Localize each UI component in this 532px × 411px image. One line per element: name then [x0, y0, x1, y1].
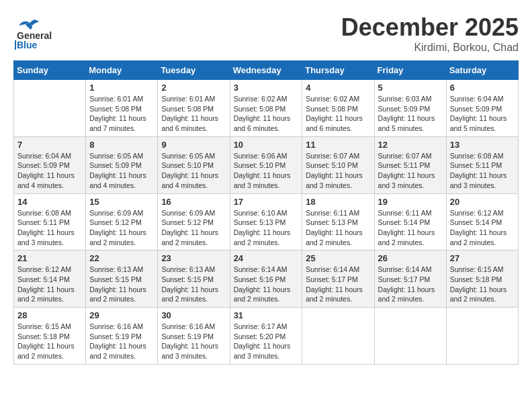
day-info: Sunrise: 6:02 AM Sunset: 5:08 PM Dayligh…	[234, 94, 299, 134]
day-info: Sunrise: 6:11 AM Sunset: 5:14 PM Dayligh…	[378, 208, 443, 248]
calendar-cell: 12Sunrise: 6:07 AM Sunset: 5:11 PM Dayli…	[374, 136, 446, 193]
calendar-cell: 28Sunrise: 6:15 AM Sunset: 5:18 PM Dayli…	[14, 308, 86, 365]
calendar-cell: 25Sunrise: 6:14 AM Sunset: 5:17 PM Dayli…	[302, 250, 374, 308]
day-info: Sunrise: 6:09 AM Sunset: 5:12 PM Dayligh…	[89, 208, 154, 248]
day-number: 31	[234, 310, 299, 320]
day-info: Sunrise: 6:08 AM Sunset: 5:11 PM Dayligh…	[450, 151, 515, 191]
day-info: Sunrise: 6:03 AM Sunset: 5:09 PM Dayligh…	[378, 94, 443, 134]
day-info: Sunrise: 6:13 AM Sunset: 5:15 PM Dayligh…	[161, 265, 226, 304]
day-info: Sunrise: 6:12 AM Sunset: 5:14 PM Dayligh…	[17, 265, 82, 304]
day-number: 22	[89, 253, 154, 263]
calendar-week-2: 7Sunrise: 6:04 AM Sunset: 5:09 PM Daylig…	[14, 136, 519, 193]
svg-rect-2	[15, 40, 16, 50]
calendar-cell: 27Sunrise: 6:15 AM Sunset: 5:18 PM Dayli…	[446, 250, 518, 308]
day-info: Sunrise: 6:01 AM Sunset: 5:08 PM Dayligh…	[89, 94, 154, 134]
day-number: 6	[450, 83, 515, 93]
calendar-header-row: SundayMondayTuesdayWednesdayThursdayFrid…	[14, 61, 519, 80]
column-header-thursday: Thursday	[302, 61, 374, 80]
day-number: 14	[17, 197, 82, 207]
calendar-cell: 13Sunrise: 6:08 AM Sunset: 5:11 PM Dayli…	[446, 136, 518, 193]
day-info: Sunrise: 6:05 AM Sunset: 5:09 PM Dayligh…	[89, 151, 154, 191]
day-info: Sunrise: 6:14 AM Sunset: 5:17 PM Dayligh…	[378, 265, 443, 304]
location: Kirdimi, Borkou, Chad	[341, 42, 519, 54]
calendar-cell: 8Sunrise: 6:05 AM Sunset: 5:09 PM Daylig…	[86, 136, 158, 193]
calendar-cell: 17Sunrise: 6:10 AM Sunset: 5:13 PM Dayli…	[230, 193, 302, 250]
day-info: Sunrise: 6:17 AM Sunset: 5:20 PM Dayligh…	[234, 322, 299, 361]
day-number: 30	[161, 310, 226, 320]
calendar-cell: 16Sunrise: 6:09 AM Sunset: 5:12 PM Dayli…	[158, 193, 230, 250]
day-info: Sunrise: 6:07 AM Sunset: 5:11 PM Dayligh…	[378, 151, 443, 191]
calendar-cell	[302, 308, 374, 365]
day-number: 11	[306, 140, 370, 150]
calendar-cell: 11Sunrise: 6:07 AM Sunset: 5:10 PM Dayli…	[302, 136, 374, 193]
day-number: 8	[89, 140, 154, 150]
calendar-cell: 19Sunrise: 6:11 AM Sunset: 5:14 PM Dayli…	[374, 193, 446, 250]
day-number: 17	[234, 197, 299, 207]
day-info: Sunrise: 6:04 AM Sunset: 5:09 PM Dayligh…	[17, 151, 82, 191]
calendar-cell: 3Sunrise: 6:02 AM Sunset: 5:08 PM Daylig…	[230, 80, 302, 137]
calendar-cell: 14Sunrise: 6:08 AM Sunset: 5:11 PM Dayli…	[14, 193, 86, 250]
column-header-tuesday: Tuesday	[158, 61, 230, 80]
column-header-sunday: Sunday	[14, 61, 86, 80]
calendar-cell: 24Sunrise: 6:14 AM Sunset: 5:16 PM Dayli…	[230, 250, 302, 308]
calendar-cell: 23Sunrise: 6:13 AM Sunset: 5:15 PM Dayli…	[158, 250, 230, 308]
svg-text:Blue: Blue	[17, 40, 38, 50]
day-number: 7	[17, 140, 82, 150]
day-number: 4	[306, 83, 370, 93]
calendar-table: SundayMondayTuesdayWednesdayThursdayFrid…	[13, 60, 519, 365]
calendar-cell: 6Sunrise: 6:04 AM Sunset: 5:09 PM Daylig…	[446, 80, 518, 137]
logo-svg: General Blue	[13, 13, 74, 50]
day-info: Sunrise: 6:15 AM Sunset: 5:18 PM Dayligh…	[450, 265, 515, 304]
day-info: Sunrise: 6:05 AM Sunset: 5:10 PM Dayligh…	[161, 151, 226, 191]
column-header-friday: Friday	[374, 61, 446, 80]
calendar-week-1: 1Sunrise: 6:01 AM Sunset: 5:08 PM Daylig…	[14, 80, 519, 137]
calendar-cell: 18Sunrise: 6:11 AM Sunset: 5:13 PM Dayli…	[302, 193, 374, 250]
day-number: 19	[378, 197, 443, 207]
page-header: General Blue December 2025 Kirdimi, Bork…	[13, 13, 519, 54]
calendar-week-4: 21Sunrise: 6:12 AM Sunset: 5:14 PM Dayli…	[14, 250, 519, 308]
day-number: 15	[89, 197, 154, 207]
calendar-cell: 31Sunrise: 6:17 AM Sunset: 5:20 PM Dayli…	[230, 308, 302, 365]
calendar-week-5: 28Sunrise: 6:15 AM Sunset: 5:18 PM Dayli…	[14, 308, 519, 365]
day-number: 28	[17, 310, 82, 320]
column-header-wednesday: Wednesday	[230, 61, 302, 80]
calendar-cell: 20Sunrise: 6:12 AM Sunset: 5:14 PM Dayli…	[446, 193, 518, 250]
calendar-cell: 21Sunrise: 6:12 AM Sunset: 5:14 PM Dayli…	[14, 250, 86, 308]
day-info: Sunrise: 6:07 AM Sunset: 5:10 PM Dayligh…	[306, 151, 370, 191]
day-number: 21	[17, 253, 82, 263]
calendar-cell	[446, 308, 518, 365]
day-number: 25	[306, 253, 370, 263]
column-header-monday: Monday	[86, 61, 158, 80]
day-info: Sunrise: 6:06 AM Sunset: 5:10 PM Dayligh…	[234, 151, 299, 191]
calendar-cell	[14, 80, 86, 137]
calendar-cell: 15Sunrise: 6:09 AM Sunset: 5:12 PM Dayli…	[86, 193, 158, 250]
day-info: Sunrise: 6:15 AM Sunset: 5:18 PM Dayligh…	[17, 322, 82, 361]
day-number: 2	[161, 83, 226, 93]
logo: General Blue	[13, 13, 74, 50]
day-info: Sunrise: 6:09 AM Sunset: 5:12 PM Dayligh…	[161, 208, 226, 248]
day-number: 13	[450, 140, 515, 150]
day-number: 24	[234, 253, 299, 263]
day-info: Sunrise: 6:16 AM Sunset: 5:19 PM Dayligh…	[89, 322, 154, 361]
day-number: 27	[450, 253, 515, 263]
calendar-cell: 9Sunrise: 6:05 AM Sunset: 5:10 PM Daylig…	[158, 136, 230, 193]
day-number: 9	[161, 140, 226, 150]
calendar-cell: 2Sunrise: 6:01 AM Sunset: 5:08 PM Daylig…	[158, 80, 230, 137]
day-number: 29	[89, 310, 154, 320]
day-number: 26	[378, 253, 443, 263]
calendar-cell: 26Sunrise: 6:14 AM Sunset: 5:17 PM Dayli…	[374, 250, 446, 308]
day-info: Sunrise: 6:10 AM Sunset: 5:13 PM Dayligh…	[234, 208, 299, 248]
calendar-cell: 10Sunrise: 6:06 AM Sunset: 5:10 PM Dayli…	[230, 136, 302, 193]
day-info: Sunrise: 6:12 AM Sunset: 5:14 PM Dayligh…	[450, 208, 515, 248]
calendar-cell: 7Sunrise: 6:04 AM Sunset: 5:09 PM Daylig…	[14, 136, 86, 193]
day-number: 10	[234, 140, 299, 150]
calendar-cell: 22Sunrise: 6:13 AM Sunset: 5:15 PM Dayli…	[86, 250, 158, 308]
day-info: Sunrise: 6:08 AM Sunset: 5:11 PM Dayligh…	[17, 208, 82, 248]
calendar-cell	[374, 308, 446, 365]
month-title: December 2025	[341, 13, 519, 42]
day-number: 3	[234, 83, 299, 93]
day-info: Sunrise: 6:14 AM Sunset: 5:16 PM Dayligh…	[234, 265, 299, 304]
day-info: Sunrise: 6:14 AM Sunset: 5:17 PM Dayligh…	[306, 265, 370, 304]
calendar-cell: 5Sunrise: 6:03 AM Sunset: 5:09 PM Daylig…	[374, 80, 446, 137]
column-header-saturday: Saturday	[446, 61, 518, 80]
